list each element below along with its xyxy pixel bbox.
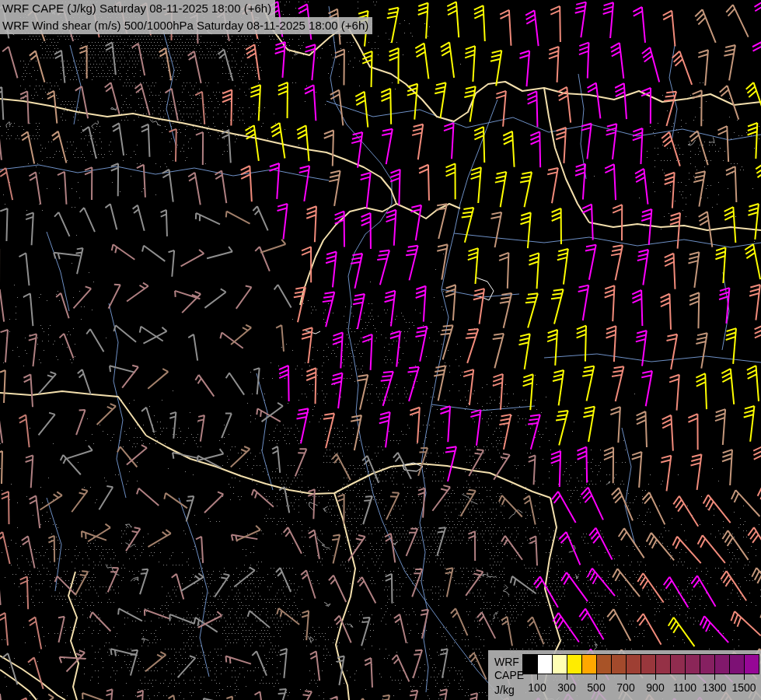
legend-color-cell-9	[656, 655, 671, 674]
legend-variable-label: CAPE	[494, 670, 524, 681]
legend-color-cell-2	[553, 655, 567, 674]
legend-color-cell-10	[671, 655, 686, 674]
map-title-block: WRF CAPE (J/kg) Saturday 08-11-2025 18:0…	[0, 0, 372, 34]
legend-tick	[537, 674, 538, 680]
legend-color-cell-11	[686, 655, 700, 674]
legend-color-cell-1	[538, 655, 553, 674]
legend-tick	[744, 674, 745, 680]
legend-color-cell-5	[597, 655, 612, 674]
legend-color-cell-14	[730, 655, 745, 674]
legend-color-cell-4	[582, 655, 597, 674]
legend-color-cell-12	[700, 655, 715, 674]
title-line-windshear: WRF Wind shear (m/s) 500/1000hPa Saturda…	[0, 17, 372, 34]
legend-color-cell-6	[612, 655, 627, 674]
cape-colorbar	[522, 654, 759, 674]
legend-tick	[626, 674, 627, 680]
cape-legend-panel: WRF CAPE J/kg 10030050070090011001300150…	[488, 650, 761, 700]
legend-color-cell-13	[715, 655, 730, 674]
legend-color-cell-15	[745, 655, 759, 674]
legend-color-cell-7	[627, 655, 641, 674]
legend-tick	[685, 674, 686, 680]
legend-tick-label: 1500	[727, 681, 761, 694]
legend-units-label: J/kg	[494, 684, 515, 695]
title-line-cape: WRF CAPE (J/kg) Saturday 08-11-2025 18:0…	[0, 0, 275, 17]
legend-tick	[567, 674, 567, 680]
legend-tick	[596, 674, 597, 680]
legend-color-cell-3	[567, 655, 582, 674]
legend-tick	[714, 674, 715, 680]
weather-map-stage: WRF CAPE (J/kg) Saturday 08-11-2025 18:0…	[0, 0, 761, 700]
wind-barb-map-canvas	[0, 0, 761, 700]
legend-color-cell-0	[523, 655, 538, 674]
legend-product-label: WRF	[494, 656, 519, 667]
legend-color-cell-8	[641, 655, 656, 674]
legend-tick	[655, 674, 656, 680]
